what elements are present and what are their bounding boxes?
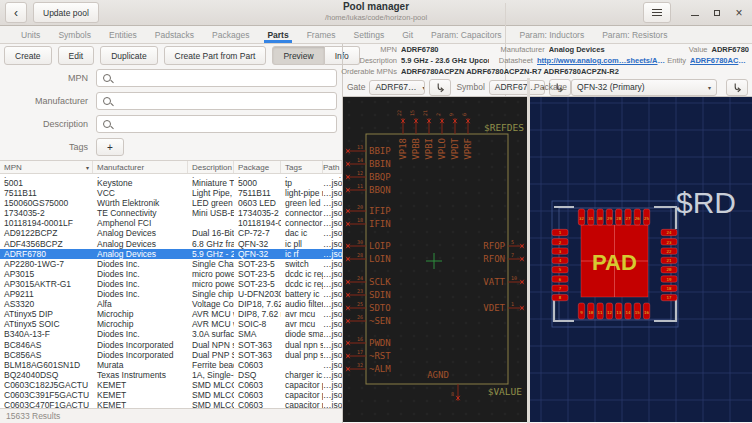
table-cell: VCC <box>93 188 188 198</box>
edit-button[interactable]: Edit <box>58 46 95 65</box>
table-row[interactable]: AP3015AKTR-G1Diodes Inc.micro power…SOT-… <box>0 279 342 289</box>
table-row[interactable]: BLM18AG601SN1DMurataFerrite bead, …C0603… <box>0 360 342 370</box>
svg-text:5: 5 <box>511 239 514 245</box>
tab-entities[interactable]: Entities <box>100 26 146 43</box>
table-row[interactable]: BQ24040DSQTexas Instruments1A, Single-In… <box>0 370 342 380</box>
create-button[interactable]: Create <box>4 46 52 65</box>
close-button[interactable]: × <box>731 5 747 21</box>
close-icon: × <box>735 7 742 19</box>
tab-git[interactable]: Git <box>393 26 422 43</box>
table-row[interactable]: AD9122BCPZAnalog DevicesDual 16-Bit, 1…C… <box>0 228 342 238</box>
table-cell: …json <box>323 208 342 218</box>
manufacturer-search-input[interactable] <box>96 92 337 110</box>
goto-package-button[interactable] <box>726 79 748 96</box>
svg-text:12: 12 <box>357 170 363 176</box>
table-cell: …json <box>323 279 342 289</box>
table-cell: 1734035-2 <box>0 208 93 218</box>
table-row[interactable]: ADRF6780Analog Devices5.9 GHz - 23…QFN-3… <box>0 249 342 259</box>
tab-param-resistors[interactable]: Param: Resistors <box>593 26 676 43</box>
svg-text:7: 7 <box>511 252 514 258</box>
table-cell: Dual PNP Sm… <box>188 350 234 360</box>
table-cell: Würth Elektronik <box>93 198 188 208</box>
table-row[interactable]: C0603C391F5GACTUKEMETSMD MLCC, …C0603cap… <box>0 390 342 400</box>
table-row[interactable]: 5001KeystoneMiniature TH…5000tp…json <box>0 178 342 188</box>
table-cell: SOT-363 <box>234 350 281 360</box>
gate-combo[interactable]: ADRF67… ▾ <box>369 80 425 95</box>
tab-symbols[interactable]: Symbols <box>49 26 100 43</box>
table-row[interactable]: 10118194-0001LFAmphenol FCI10118194-00…c… <box>0 218 342 228</box>
maximize-button[interactable] <box>709 5 725 21</box>
table-row[interactable]: AS3320AlfaVoltage Contr…DIP18, 7.62 …aud… <box>0 299 342 309</box>
table-row[interactable]: B340A-13-FDiodes Inc.3.0A surface …SMAdi… <box>0 329 342 339</box>
table-cell: micro power… <box>188 279 234 289</box>
table-row[interactable]: AP3015Diodes Inc.micro power …SOT-23-5dc… <box>0 269 342 279</box>
table-row[interactable]: 7511B11VCCLight Pipe, 3 …7511B11light-pi… <box>0 188 342 198</box>
svg-text:BBIP: BBIP <box>369 146 391 156</box>
datasheet-link[interactable]: http://www.analog.com…sheets/ADRF6780.pd… <box>537 56 667 65</box>
entity-link[interactable]: ADRF6780ACPZN-R7 <box>690 56 749 65</box>
svg-text:25: 25 <box>644 216 650 221</box>
table-cell: Diodes Inc. <box>93 279 188 289</box>
table-row[interactable]: 150060GS75000Würth ElektronikLED green c… <box>0 198 342 208</box>
table-row[interactable]: AP9211Diodes Inc.Single chip Li-…U-DFN20… <box>0 289 342 299</box>
column-header-tags[interactable]: Tags <box>281 161 323 173</box>
table-cell: Dual NPN sm… <box>188 340 234 350</box>
column-header-manufacturer[interactable]: Manufacturer <box>93 161 188 173</box>
table-row[interactable]: ATtinyx5 DIPMicrochipAVR MCU wit…DIP8, 7… <box>0 309 342 319</box>
package-canvas[interactable]: PAD3291243110223301132229124212813520271… <box>530 97 752 422</box>
svg-text:12: 12 <box>607 310 613 315</box>
table-cell: DIP18, 7.62 … <box>234 299 281 309</box>
package-combo[interactable]: QFN-32 (Primary) ▾ <box>571 79 717 96</box>
table-row[interactable]: ADF4356BCPZAnalog Devices6.8 GHz frac-…Q… <box>0 239 342 249</box>
svg-text:17: 17 <box>666 295 672 300</box>
symbol-canvas[interactable]: $REFDES$VALUE13BBIP14BBIN12BBQP11BBQN20I… <box>343 97 527 422</box>
table-row[interactable]: BC856ASDiodes IncorporatedDual PNP Sm…SO… <box>0 350 342 360</box>
table-row[interactable]: C0603C470F1GACTUKEMETSMD MLCC, …C0603cap… <box>0 400 342 408</box>
tab-packages[interactable]: Packages <box>203 26 258 43</box>
table-cell: QFN-32 <box>234 239 281 249</box>
mpn-search-input[interactable] <box>96 69 337 87</box>
description-search-input[interactable] <box>96 115 337 133</box>
tab-parts[interactable]: Parts <box>258 26 297 43</box>
table-cell: Diodes Inc. <box>93 289 188 299</box>
svg-text:~ALM: ~ALM <box>369 364 391 374</box>
tab-settings[interactable]: Settings <box>344 26 393 43</box>
sort-icon: ▾ <box>86 164 89 171</box>
menu-button[interactable] <box>643 2 671 23</box>
table-cell: C0603 <box>234 380 281 390</box>
column-header-description[interactable]: Description <box>188 161 234 173</box>
duplicate-button[interactable]: Duplicate <box>100 46 157 65</box>
table-cell: SOT-363 <box>234 340 281 350</box>
table-row[interactable]: C0603C182J5GACTUKEMETSMD MLCC, …C0603cap… <box>0 380 342 390</box>
back-button[interactable]: ‹ <box>5 2 27 23</box>
tab-param-capacitors[interactable]: Param: Capacitors <box>422 26 510 43</box>
create-part-from-part-button[interactable]: Create Part from Part <box>164 46 267 65</box>
table-cell: 0603 LED <box>234 198 281 208</box>
table-row[interactable]: BC846ASDiodes IncorporatedDual NPN sm…SO… <box>0 340 342 350</box>
tab-frames[interactable]: Frames <box>298 26 345 43</box>
table-cell: TE Connectivity <box>93 208 188 218</box>
table-row[interactable]: 1734035-2TE ConnectivityMini USB-B r…173… <box>0 208 342 218</box>
table-cell: Mini USB-B r… <box>188 208 234 218</box>
svg-text:11: 11 <box>357 183 363 189</box>
svg-text:18: 18 <box>666 286 672 291</box>
add-tag-button[interactable]: + <box>96 138 124 156</box>
table-row[interactable]: ATtinyx5 SOICMicrochipAVR MCU wit…SOIC-8… <box>0 319 342 329</box>
table-cell: ic rf <box>281 249 323 259</box>
column-header-mpn[interactable]: MPN▾ <box>0 161 93 173</box>
table-cell: Keystone <box>93 178 188 188</box>
goto-gate-button[interactable] <box>429 79 451 96</box>
tab-param-inductors[interactable]: Param: Inductors <box>510 26 593 43</box>
tab-padstacks[interactable]: Padstacks <box>146 26 203 43</box>
preview-toggle[interactable]: Preview <box>272 46 324 65</box>
column-header-path[interactable]: Path <box>323 161 342 173</box>
table-row[interactable]: AP2280-1WG-7Diodes Inc.Single Chann…SOT-… <box>0 259 342 269</box>
table-cell: BLM18AG601SN1D <box>0 360 93 370</box>
minimize-button[interactable] <box>687 5 703 21</box>
table-cell: …json <box>323 178 342 188</box>
svg-text:VDET: VDET <box>483 303 505 313</box>
update-pool-button[interactable]: Update pool <box>33 2 99 23</box>
table-cell: …json <box>323 319 342 329</box>
tab-units[interactable]: Units <box>12 26 49 43</box>
column-header-package[interactable]: Package <box>234 161 281 173</box>
